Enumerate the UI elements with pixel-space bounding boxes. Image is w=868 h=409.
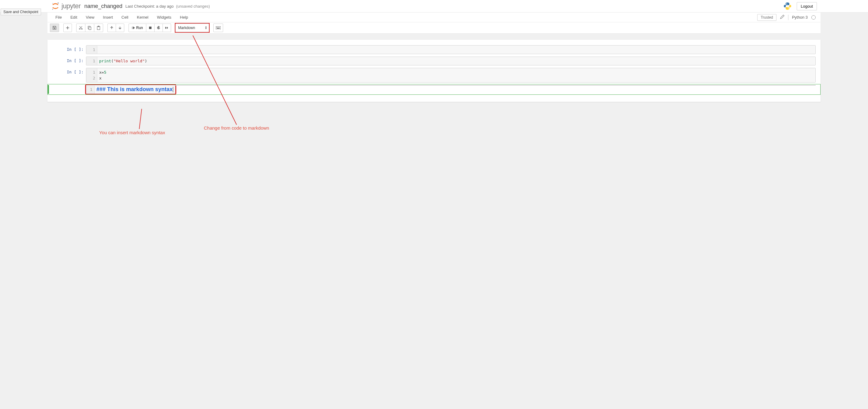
code-cell[interactable]: In [ ]:1print("Hello world") — [52, 57, 816, 65]
logout-button[interactable]: Logout — [797, 2, 817, 10]
interrupt-button[interactable] — [146, 24, 155, 32]
cell-input[interactable]: 1### This is markdown syntax — [86, 85, 175, 94]
svg-rect-15 — [218, 27, 219, 28]
svg-point-1 — [52, 8, 53, 9]
code-cell[interactable]: In [ ]:1 — [52, 45, 816, 54]
code-content[interactable] — [97, 45, 815, 54]
copy-button[interactable] — [85, 24, 94, 32]
notebook-container: In [ ]:1In [ ]:1print("Hello world")In [… — [48, 40, 820, 102]
cell-input[interactable]: 12x=5 x — [86, 68, 816, 82]
svg-point-2 — [52, 3, 53, 4]
run-button[interactable]: Run — [128, 24, 146, 32]
jupyter-logo[interactable]: jupyter — [51, 2, 81, 10]
autosave-text: (unsaved changes) — [176, 4, 210, 8]
svg-point-5 — [79, 28, 81, 30]
move-up-button[interactable] — [107, 24, 116, 32]
cell-type-dropdown[interactable]: Markdown ▲▼ — [175, 24, 209, 32]
run-label: Run — [136, 26, 143, 30]
header: jupyter name_changed Last Checkpoint: a … — [0, 0, 868, 12]
menu-item-insert[interactable]: Insert — [98, 12, 117, 22]
svg-point-0 — [58, 2, 59, 4]
menu-item-file[interactable]: File — [51, 12, 66, 22]
menu-item-kernel[interactable]: Kernel — [132, 12, 153, 22]
line-gutter: 1 — [86, 85, 95, 94]
menubar: FileEditViewInsertCellKernelWidgetsHelp … — [48, 12, 820, 22]
svg-rect-13 — [216, 27, 217, 28]
cut-button[interactable] — [76, 24, 85, 32]
cell-prompt: In [ ]: — [52, 57, 86, 63]
cell-prompt — [52, 85, 86, 87]
pencil-icon[interactable] — [780, 15, 784, 20]
add-cell-button[interactable] — [63, 24, 72, 32]
trusted-button[interactable]: Trusted — [757, 14, 776, 21]
menu-item-view[interactable]: View — [82, 12, 98, 22]
svg-rect-11 — [149, 27, 152, 29]
code-content[interactable]: x=5 x — [97, 68, 815, 82]
paste-button[interactable] — [94, 24, 103, 32]
svg-rect-14 — [217, 27, 218, 28]
svg-rect-9 — [97, 27, 100, 30]
svg-point-3 — [786, 3, 787, 4]
save-button[interactable] — [50, 24, 59, 32]
svg-rect-12 — [216, 26, 221, 29]
restart-button[interactable] — [154, 24, 163, 32]
restart-run-all-button[interactable] — [162, 24, 171, 32]
cell-input[interactable]: 1print("Hello world") — [86, 57, 816, 65]
menu-item-help[interactable]: Help — [176, 12, 192, 22]
divider — [788, 15, 788, 20]
markdown-cell[interactable]: 1### This is markdown syntax — [52, 85, 816, 94]
cell-type-value: Markdown — [178, 26, 195, 30]
kernel-name[interactable]: Python 3 — [792, 15, 808, 20]
cell-input-continuation[interactable] — [175, 85, 816, 86]
python-icon — [783, 2, 792, 10]
svg-rect-17 — [217, 28, 220, 29]
menu-item-cell[interactable]: Cell — [117, 12, 132, 22]
notebook-name[interactable]: name_changed — [85, 3, 122, 9]
kernel-status-icon — [811, 15, 816, 20]
svg-point-6 — [82, 28, 83, 30]
jupyter-text: jupyter — [62, 2, 81, 10]
cell-prompt: In [ ]: — [52, 68, 86, 74]
toolbar: Run Markdown ▲▼ — [48, 22, 820, 34]
tooltip-save-checkpoint: Save and Checkpoint — [1, 8, 41, 15]
code-cell[interactable]: In [ ]:12x=5 x — [52, 68, 816, 82]
line-gutter: 1 — [86, 45, 97, 54]
command-palette-button[interactable] — [213, 24, 223, 32]
svg-rect-8 — [89, 27, 91, 30]
move-down-button[interactable] — [116, 24, 124, 32]
cell-input[interactable]: 1 — [86, 45, 816, 54]
svg-point-4 — [788, 8, 789, 9]
line-gutter: 12 — [86, 68, 97, 82]
menu-item-widgets[interactable]: Widgets — [153, 12, 176, 22]
cursor — [173, 87, 173, 92]
code-content[interactable]: print("Hello world") — [97, 57, 815, 65]
menu-item-edit[interactable]: Edit — [66, 12, 82, 22]
checkpoint-text: Last Checkpoint: a day ago — [125, 4, 174, 8]
line-gutter: 1 — [86, 57, 97, 65]
svg-rect-16 — [219, 27, 220, 28]
code-content[interactable]: ### This is markdown syntax — [95, 85, 175, 94]
cell-prompt: In [ ]: — [52, 45, 86, 52]
